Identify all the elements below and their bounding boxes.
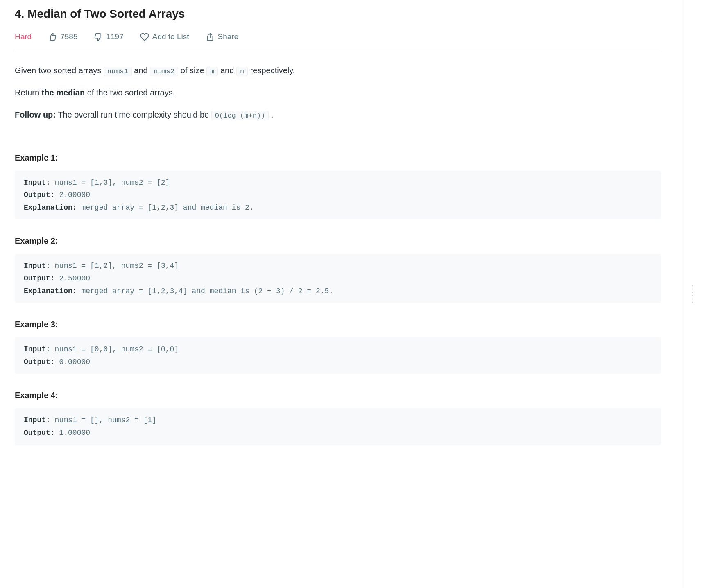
example-line-label: Output: (24, 358, 55, 366)
example-line-label: Input: (24, 416, 50, 424)
text: of the two sorted arrays. (85, 88, 175, 97)
like-count: 7585 (60, 31, 77, 43)
example-line-value: 0.00000 (55, 358, 90, 366)
grip-dot-icon (692, 299, 693, 300)
thumbs-down-icon (94, 32, 103, 41)
text: The overall run time complexity should b… (56, 110, 211, 119)
text: respectively. (248, 66, 295, 75)
share-button[interactable]: Share (206, 31, 239, 43)
description-paragraph-3: Follow up: The overall run time complexi… (15, 108, 661, 121)
grip-dot-icon (692, 289, 693, 290)
examples-section: Example 1:Input: nums1 = [1,3], nums2 = … (15, 151, 661, 445)
add-to-list-button[interactable]: Add to List (140, 31, 189, 43)
example-heading: Example 3: (15, 318, 661, 331)
text: Given two sorted arrays (15, 66, 104, 75)
text: and (218, 66, 236, 75)
example-line-label: Explanation: (24, 204, 77, 212)
example-heading: Example 4: (15, 389, 661, 402)
grip-dot-icon (692, 302, 693, 303)
code-complexity: O(log (m+n)) (211, 111, 269, 120)
problem-description: Given two sorted arrays nums1 and nums2 … (15, 64, 661, 121)
example-line-value: 2.00000 (55, 191, 90, 199)
example-line-value: merged array = [1,2,3] and median is 2. (77, 204, 254, 212)
example-line-value: merged array = [1,2,3,4] and median is (… (77, 287, 334, 295)
example-line-label: Output: (24, 274, 55, 283)
text: . (269, 110, 273, 119)
grip-dot-icon (692, 292, 693, 293)
heart-icon (140, 32, 149, 41)
grip-dot-icon (692, 295, 693, 296)
example-line-value: nums1 = [1,2], nums2 = [3,4] (50, 262, 179, 270)
example-line-value: 2.50000 (55, 274, 90, 283)
example-line-value: nums1 = [1,3], nums2 = [2] (50, 179, 170, 187)
problem-meta-row: Hard 7585 1197 Add to List Share (15, 31, 661, 52)
problem-title: 4. Median of Two Sorted Arrays (15, 5, 661, 23)
example-line-label: Input: (24, 262, 50, 270)
example-line-value: nums1 = [], nums2 = [1] (50, 416, 156, 424)
example-heading: Example 1: (15, 151, 661, 164)
example-line-label: Input: (24, 179, 50, 187)
example-line-label: Output: (24, 429, 55, 437)
text: of size (178, 66, 206, 75)
pane-resize-handle[interactable] (691, 282, 694, 306)
example-line-label: Explanation: (24, 287, 77, 295)
difficulty-badge: Hard (15, 31, 32, 43)
dislike-button[interactable]: 1197 (94, 31, 123, 43)
example-block: Input: nums1 = [], nums2 = [1] Output: 1… (15, 408, 661, 445)
example-block: Input: nums1 = [0,0], nums2 = [0,0] Outp… (15, 337, 661, 374)
code-nums2: nums2 (150, 67, 178, 76)
example-block: Input: nums1 = [1,2], nums2 = [3,4] Outp… (15, 254, 661, 303)
example-line-label: Output: (24, 191, 55, 199)
example-block: Input: nums1 = [1,3], nums2 = [2] Output… (15, 171, 661, 220)
text: Return (15, 88, 42, 97)
grip-dot-icon (692, 285, 693, 287)
text-strong: Follow up: (15, 110, 56, 119)
description-paragraph-1: Given two sorted arrays nums1 and nums2 … (15, 64, 661, 77)
example-line-value: nums1 = [0,0], nums2 = [0,0] (50, 345, 179, 353)
add-to-list-label: Add to List (152, 31, 189, 43)
description-paragraph-2: Return the median of the two sorted arra… (15, 86, 661, 99)
code-n: n (236, 67, 248, 76)
example-line-value: 1.00000 (55, 429, 90, 437)
code-m: m (206, 67, 218, 76)
example-heading: Example 2: (15, 234, 661, 247)
share-label: Share (218, 31, 239, 43)
thumbs-up-icon (48, 32, 57, 41)
problem-panel: 4. Median of Two Sorted Arrays Hard 7585… (0, 0, 676, 463)
like-button[interactable]: 7585 (48, 31, 77, 43)
example-line-label: Input: (24, 345, 50, 353)
editor-pane-edge (684, 0, 702, 463)
text-strong: the median (42, 88, 85, 97)
code-nums1: nums1 (104, 67, 132, 76)
dislike-count: 1197 (106, 31, 123, 43)
text: and (132, 66, 150, 75)
share-icon (206, 32, 215, 41)
